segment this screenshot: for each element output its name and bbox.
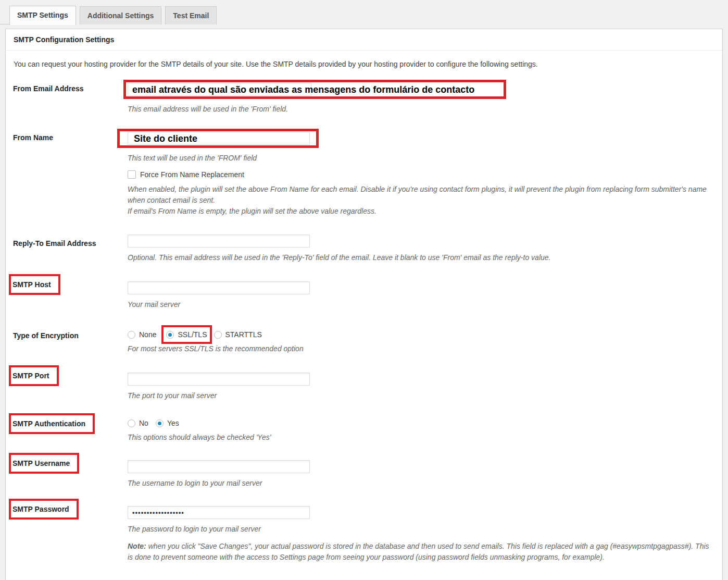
smtp-auth-option-no[interactable]: No [128, 419, 148, 427]
smtp-password-annotation-box: SMTP Password [9, 499, 79, 520]
radio-no-icon[interactable] [128, 419, 135, 427]
from-email-help: This email address will be used in the '… [128, 104, 712, 115]
radio-none-icon[interactable] [128, 331, 135, 339]
encryption-starttls-label: STARTTLS [225, 330, 262, 339]
smtp-port-label: SMTP Port [12, 372, 49, 380]
tab-smtp-settings[interactable]: SMTP Settings [9, 6, 76, 25]
from-email-annotation-box: email através do qual são enviadas as me… [123, 80, 506, 99]
tab-test-email[interactable]: Test Email [165, 6, 217, 24]
smtp-port-input[interactable] [128, 373, 310, 386]
from-name-label: From Name [13, 129, 128, 142]
row-from-name: From Name Site do cliente This text will… [13, 129, 712, 217]
smtp-auth-yes-label: Yes [167, 419, 179, 427]
smtp-password-label: SMTP Password [12, 505, 69, 513]
from-name-help: This text will be used in the 'FROM' fie… [128, 153, 712, 164]
reply-to-help: Optional. This email address will be use… [128, 252, 712, 263]
encryption-help: For most servers SSL/TLS is the recommen… [128, 343, 712, 354]
encryption-ssl-annotation-box: SSL/TLS [161, 325, 211, 344]
encryption-option-none[interactable]: None [128, 330, 156, 339]
smtp-host-annotation-box: SMTP Host [9, 274, 60, 295]
from-email-annotation-text: email através do qual são enviadas as me… [132, 84, 474, 95]
smtp-port-annotation-box: SMTP Port [9, 365, 59, 386]
smtp-host-input[interactable] [128, 281, 310, 294]
smtp-username-help: The username to login to your mail serve… [128, 478, 712, 489]
encryption-radio-group: None SSL/TLS STARTTLS [128, 327, 712, 339]
password-note-label: Note: [128, 542, 146, 550]
from-name-annotation-box: Site do cliente [117, 129, 319, 148]
force-from-name-description-1: When enabled, the plugin will set the ab… [128, 184, 712, 206]
smtp-auth-option-yes[interactable]: Yes [156, 419, 179, 427]
intro-text: You can request your hosting provider fo… [14, 60, 712, 68]
encryption-option-starttls[interactable]: STARTTLS [214, 330, 262, 339]
reply-to-label: Reply-To Email Address [13, 235, 128, 248]
reply-to-input[interactable] [128, 235, 310, 248]
from-email-label: From Email Address [13, 80, 128, 93]
row-from-email: From Email Address email através do qual… [13, 80, 712, 115]
row-smtp-host: SMTP Host Your mail server [13, 278, 712, 310]
settings-tabbar: SMTP Settings Additional Settings Test E… [0, 0, 728, 24]
smtp-auth-radio-group: No Yes [128, 419, 712, 427]
smtp-password-input[interactable]: •••••••••••••••••• [128, 506, 310, 519]
row-smtp-password: SMTP Password •••••••••••••••••• The pas… [13, 502, 712, 563]
smtp-password-help: The password to login to your mail serve… [128, 524, 712, 535]
encryption-ssl-label: SSL/TLS [178, 330, 207, 339]
encryption-label: Type of Encryption [13, 327, 128, 340]
smtp-auth-help: This options should always be checked 'Y… [128, 432, 712, 443]
row-smtp-username: SMTP Username The username to login to y… [13, 456, 712, 489]
smtp-username-input[interactable] [128, 460, 310, 473]
smtp-settings-panel: SMTP Configuration Settings You can requ… [5, 29, 723, 580]
smtp-auth-annotation-box: SMTP Authentication [9, 413, 95, 434]
smtp-username-annotation-box: SMTP Username [9, 453, 79, 474]
force-from-name-row: Force From Name Replacement [128, 170, 712, 179]
panel-body: You can request your hosting provider fo… [6, 51, 722, 580]
row-reply-to: Reply-To Email Address Optional. This em… [13, 235, 712, 263]
smtp-auth-label: SMTP Authentication [12, 419, 85, 428]
row-smtp-port: SMTP Port The port to your mail server [13, 369, 712, 401]
encryption-none-label: None [139, 330, 156, 339]
panel-title: SMTP Configuration Settings [6, 29, 722, 51]
smtp-auth-no-label: No [139, 419, 148, 427]
password-note-text: when you click "Save Changes", your actu… [128, 542, 709, 561]
from-name-value: Site do cliente [134, 133, 197, 144]
tab-additional-settings[interactable]: Additional Settings [80, 6, 162, 24]
radio-yes-selected-icon[interactable] [156, 419, 164, 427]
password-note: Note: when you click "Save Changes", you… [128, 541, 712, 563]
smtp-port-help: The port to your mail server [128, 390, 712, 401]
radio-ssl-selected-icon[interactable] [166, 331, 174, 339]
force-from-name-checkbox[interactable] [128, 170, 136, 179]
smtp-username-label: SMTP Username [12, 459, 70, 467]
row-smtp-auth: SMTP Authentication No Yes This options … [13, 417, 712, 443]
force-from-name-description-2: If email's From Name is empty, the plugi… [128, 206, 712, 217]
row-encryption: Type of Encryption None SSL/TLS [13, 327, 712, 354]
force-from-name-label: Force From Name Replacement [140, 170, 244, 179]
encryption-option-ssl[interactable]: SSL/TLS [166, 330, 207, 339]
radio-starttls-icon[interactable] [214, 331, 222, 339]
smtp-host-help: Your mail server [128, 299, 712, 310]
smtp-host-label: SMTP Host [12, 280, 51, 289]
